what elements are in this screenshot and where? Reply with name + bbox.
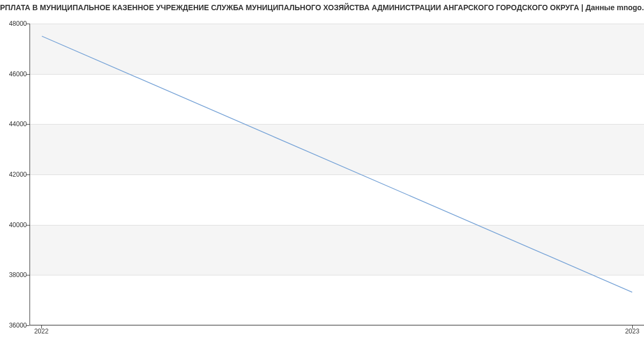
ytick-mark (26, 74, 30, 75)
ytick-mark (26, 325, 30, 326)
ytick-mark (26, 24, 30, 24)
xtick-label-1: 2023 (625, 328, 640, 335)
ytick-label-3: 42000 (2, 171, 27, 178)
ytick-mark (26, 124, 30, 125)
xtick-mark (41, 325, 42, 329)
ytick-label-6: 48000 (2, 20, 27, 27)
plot-area (30, 24, 644, 325)
ytick-label-4: 44000 (2, 120, 27, 128)
line-layer (30, 24, 644, 325)
ytick-mark (26, 225, 30, 226)
chart-title: РПЛАТА В МУНИЦИПАЛЬНОЕ КАЗЕННОЕ УЧРЕЖДЕН… (0, 3, 644, 12)
data-line (42, 36, 632, 292)
ytick-mark (26, 174, 30, 175)
xtick-mark (632, 325, 633, 329)
ytick-label-0: 36000 (2, 322, 27, 329)
ytick-label-5: 46000 (2, 70, 27, 78)
xtick-label-0: 2022 (34, 328, 49, 335)
gridline (30, 325, 644, 326)
ytick-label-2: 40000 (2, 221, 27, 229)
ytick-mark (26, 275, 30, 275)
ytick-label-1: 38000 (2, 271, 27, 279)
